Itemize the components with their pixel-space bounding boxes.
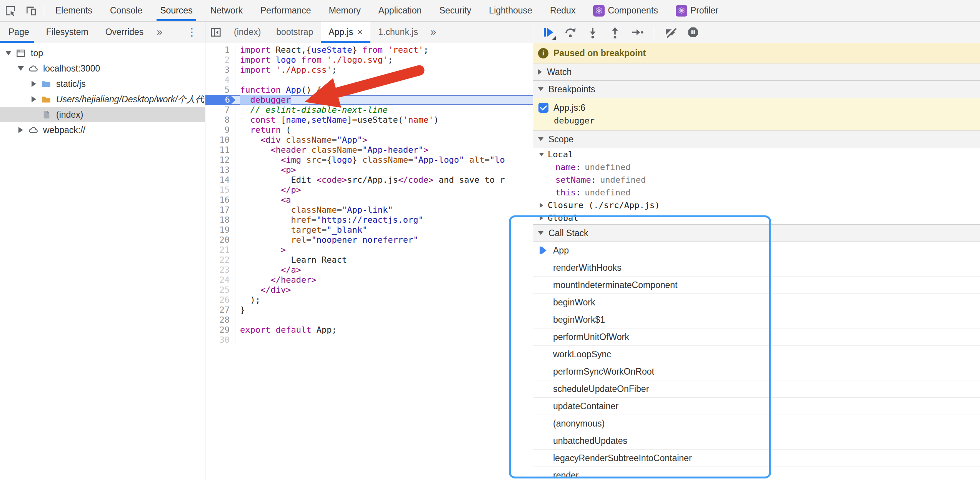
line-number[interactable]: 26 bbox=[205, 295, 235, 305]
expander-closed-icon[interactable] bbox=[28, 81, 39, 87]
section-scope[interactable]: Scope bbox=[533, 131, 980, 148]
tab-redux[interactable]: Redux bbox=[541, 0, 584, 21]
code-line-8[interactable]: 8 const [name,setName]=useState('name') bbox=[205, 115, 533, 125]
line-number[interactable]: 2 bbox=[205, 55, 235, 65]
code-line-7[interactable]: 7 // eslint-disable-next-line bbox=[205, 105, 533, 115]
section-call-stack[interactable]: Call Stack bbox=[533, 225, 980, 242]
code-line-24[interactable]: 24 </header> bbox=[205, 275, 533, 285]
code-line-6[interactable]: 6 debugger bbox=[205, 95, 533, 105]
line-number[interactable]: 11 bbox=[205, 145, 235, 155]
code-line-10[interactable]: 10 <div className="App"> bbox=[205, 135, 533, 145]
tab-application[interactable]: Application bbox=[370, 0, 431, 21]
code-line-29[interactable]: 29export default App; bbox=[205, 325, 533, 335]
tab-memory[interactable]: Memory bbox=[320, 0, 370, 21]
tab-profiler[interactable]: ⚛Profiler bbox=[667, 0, 727, 21]
code-line-25[interactable]: 25 </div> bbox=[205, 285, 533, 295]
tab-performance[interactable]: Performance bbox=[252, 0, 320, 21]
navigator-tab-overrides[interactable]: Overrides bbox=[97, 22, 152, 43]
line-number[interactable]: 17 bbox=[205, 205, 235, 215]
line-number[interactable]: 24 bbox=[205, 275, 235, 285]
line-number[interactable]: 23 bbox=[205, 265, 235, 275]
code-line-3[interactable]: 3import './App.css'; bbox=[205, 65, 533, 75]
step-over-icon[interactable] bbox=[561, 23, 580, 42]
line-number[interactable]: 5 bbox=[205, 85, 235, 95]
code-line-26[interactable]: 26 ); bbox=[205, 295, 533, 305]
file-tab-bootstrap[interactable]: bootstrap bbox=[268, 22, 321, 43]
line-number[interactable]: 22 bbox=[205, 255, 235, 265]
expander-open-icon[interactable] bbox=[15, 66, 26, 71]
code-line-15[interactable]: 15 </p> bbox=[205, 185, 533, 195]
code-line-11[interactable]: 11 <header className="App-header"> bbox=[205, 145, 533, 155]
tree-item-index[interactable]: (index) bbox=[0, 107, 205, 122]
call-stack-frame-workloopsync[interactable]: workLoopSync bbox=[533, 346, 980, 363]
code-line-5[interactable]: 5function App() { bbox=[205, 85, 533, 95]
scope-closure-src-app-js[interactable]: Closure (./src/App.js) bbox=[533, 199, 980, 212]
scope-global[interactable]: Global bbox=[533, 212, 980, 224]
code-line-19[interactable]: 19 target="_blank" bbox=[205, 225, 533, 235]
step-out-icon[interactable] bbox=[605, 23, 625, 42]
breakpoint-checkbox[interactable] bbox=[538, 103, 548, 113]
code-line-12[interactable]: 12 <img src={logo} className="App-logo" … bbox=[205, 155, 533, 165]
call-stack-frame-anonymous[interactable]: (anonymous) bbox=[533, 415, 980, 432]
collapse-navigator-icon[interactable] bbox=[205, 22, 226, 43]
code-line-22[interactable]: 22 Learn React bbox=[205, 255, 533, 265]
call-stack-frame-legacyrendersubtreeintocontainer[interactable]: legacyRenderSubtreeIntoContainer bbox=[533, 450, 980, 467]
call-stack-frame-renderwithhooks[interactable]: renderWithHooks bbox=[533, 259, 980, 277]
code-line-28[interactable]: 28 bbox=[205, 315, 533, 325]
code-line-21[interactable]: 21 > bbox=[205, 245, 533, 255]
code-line-20[interactable]: 20 rel="noopener noreferrer" bbox=[205, 235, 533, 245]
code-line-2[interactable]: 2import logo from './logo.svg'; bbox=[205, 55, 533, 65]
more-file-tabs-chevron-icon[interactable]: » bbox=[426, 22, 441, 43]
line-number[interactable]: 9 bbox=[205, 125, 235, 135]
line-number[interactable]: 30 bbox=[205, 335, 235, 345]
line-number[interactable]: 16 bbox=[205, 195, 235, 205]
code-line-4[interactable]: 4 bbox=[205, 75, 533, 85]
line-number[interactable]: 12 bbox=[205, 155, 235, 165]
tab-lighthouse[interactable]: Lighthouse bbox=[480, 0, 541, 21]
expander-closed-icon[interactable] bbox=[15, 127, 26, 133]
code-line-14[interactable]: 14 Edit <code>src/App.js</code> and save… bbox=[205, 175, 533, 185]
line-number[interactable]: 13 bbox=[205, 165, 235, 175]
step-icon[interactable] bbox=[628, 23, 647, 42]
call-stack-frame-performsyncworkonroot[interactable]: performSyncWorkOnRoot bbox=[533, 363, 980, 380]
line-number[interactable]: 19 bbox=[205, 225, 235, 235]
tab-components[interactable]: ⚛Components bbox=[584, 0, 667, 21]
call-stack-frame-unbatchedupdates[interactable]: unbatchedUpdates bbox=[533, 432, 980, 450]
line-number[interactable]: 3 bbox=[205, 65, 235, 75]
line-number[interactable]: 7 bbox=[205, 105, 235, 115]
code-line-18[interactable]: 18 href="https://reactjs.org" bbox=[205, 215, 533, 225]
call-stack-frame-render[interactable]: render bbox=[533, 467, 980, 480]
navigator-menu-icon[interactable]: ⋮ bbox=[179, 22, 205, 43]
file-tab-index[interactable]: (index) bbox=[226, 22, 268, 43]
breakpoint-entry[interactable]: App.js:6debugger bbox=[533, 98, 980, 131]
section-watch[interactable]: Watch bbox=[533, 63, 980, 81]
line-number[interactable]: 10 bbox=[205, 135, 235, 145]
navigator-tab-filesystem[interactable]: Filesystem bbox=[38, 22, 97, 43]
line-number[interactable]: 28 bbox=[205, 315, 235, 325]
call-stack-frame-beginwork[interactable]: beginWork bbox=[533, 294, 980, 311]
line-number[interactable]: 20 bbox=[205, 235, 235, 245]
paused-line-number[interactable]: 6 bbox=[205, 95, 235, 105]
tab-sources[interactable]: Sources bbox=[151, 0, 201, 21]
tab-elements[interactable]: Elements bbox=[47, 0, 101, 21]
inspect-element-icon[interactable] bbox=[0, 0, 21, 21]
call-stack-frame-mountindeterminatecomponent[interactable]: mountIndeterminateComponent bbox=[533, 277, 980, 294]
code-editor[interactable]: 1import React,{useState} from 'react';2i… bbox=[205, 43, 533, 480]
line-number[interactable]: 27 bbox=[205, 305, 235, 315]
call-stack-frame-updatecontainer[interactable]: updateContainer bbox=[533, 398, 980, 415]
tree-item-static-js[interactable]: static/js bbox=[0, 76, 205, 92]
section-breakpoints[interactable]: Breakpoints bbox=[533, 81, 980, 98]
code-line-1[interactable]: 1import React,{useState} from 'react'; bbox=[205, 45, 533, 55]
call-stack-frame-beginwork-1[interactable]: beginWork$1 bbox=[533, 311, 980, 328]
code-line-30[interactable]: 30 bbox=[205, 335, 533, 345]
line-number[interactable]: 25 bbox=[205, 285, 235, 295]
expander-closed-icon[interactable] bbox=[28, 96, 39, 102]
file-tab-1-chunk-js[interactable]: 1.chunk.js bbox=[370, 22, 426, 43]
tree-item-top[interactable]: top bbox=[0, 45, 205, 61]
code-line-17[interactable]: 17 className="App-link" bbox=[205, 205, 533, 215]
line-number[interactable]: 14 bbox=[205, 175, 235, 185]
call-stack-frame-performunitofwork[interactable]: performUnitOfWork bbox=[533, 328, 980, 346]
line-number[interactable]: 21 bbox=[205, 245, 235, 255]
call-stack-frame-scheduleupdateonfiber[interactable]: scheduleUpdateOnFiber bbox=[533, 380, 980, 398]
tree-item-webpack[interactable]: webpack:// bbox=[0, 122, 205, 138]
